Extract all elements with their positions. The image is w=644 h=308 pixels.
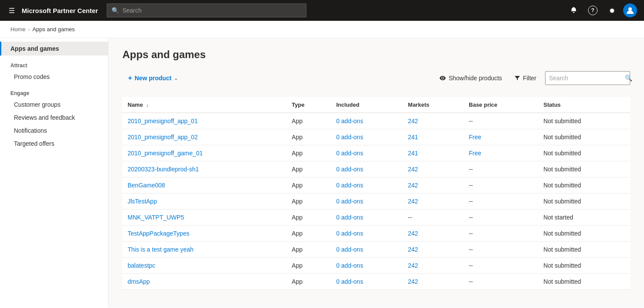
price-link[interactable]: Free bbox=[469, 150, 481, 157]
markets-link[interactable]: 242 bbox=[408, 262, 418, 269]
markets-link[interactable]: 242 bbox=[408, 166, 418, 173]
product-name-link[interactable]: JlsTestApp bbox=[128, 198, 157, 205]
addons-link[interactable]: 0 add-ons bbox=[336, 134, 363, 141]
table-row: dmsAppApp0 add-ons242--Not submitted bbox=[122, 274, 630, 290]
product-name-link[interactable]: 2010_pmesignoff_game_01 bbox=[128, 150, 203, 157]
markets-link[interactable]: 242 bbox=[408, 118, 418, 125]
filter-button[interactable]: Filter bbox=[511, 72, 540, 84]
global-search-box[interactable]: 🔍 bbox=[107, 3, 306, 17]
global-search-input[interactable] bbox=[122, 7, 302, 14]
sidebar-item-notifications[interactable]: Notifications bbox=[0, 124, 108, 137]
notifications-icon[interactable] bbox=[566, 3, 582, 18]
product-name-cell[interactable]: This is a test game yeah bbox=[122, 242, 286, 258]
addons-link[interactable]: 0 add-ons bbox=[336, 198, 363, 205]
markets-link[interactable]: 242 bbox=[408, 278, 418, 285]
product-included-cell[interactable]: 0 add-ons bbox=[331, 242, 403, 258]
markets-link[interactable]: 241 bbox=[408, 134, 418, 141]
product-included-cell[interactable]: 0 add-ons bbox=[331, 177, 403, 193]
product-markets-cell[interactable]: 241 bbox=[403, 145, 463, 161]
product-markets-cell[interactable]: 242 bbox=[403, 242, 463, 258]
markets-link[interactable]: 242 bbox=[408, 230, 418, 237]
breadcrumb-home[interactable]: Home bbox=[10, 26, 26, 33]
product-name-cell[interactable]: dmsApp bbox=[122, 274, 286, 290]
product-name-cell[interactable]: MNK_VATPT_UWP5 bbox=[122, 210, 286, 226]
topnav: ☰ Microsoft Partner Center 🔍 ? bbox=[0, 0, 644, 21]
menu-icon[interactable]: ☰ bbox=[7, 5, 16, 16]
product-markets-cell[interactable]: 242 bbox=[403, 274, 463, 290]
product-included-cell[interactable]: 0 add-ons bbox=[331, 193, 403, 210]
product-included-cell[interactable]: 0 add-ons bbox=[331, 274, 403, 290]
addons-link[interactable]: 0 add-ons bbox=[336, 118, 363, 125]
product-name-link[interactable]: This is a test game yeah bbox=[128, 246, 194, 253]
product-markets-cell: -- bbox=[403, 210, 463, 226]
product-name-cell[interactable]: 2010_pmesignoff_app_02 bbox=[122, 129, 286, 145]
sidebar-item-reviews-feedback[interactable]: Reviews and feedback bbox=[0, 111, 108, 124]
product-name-cell[interactable]: 2010_pmesignoff_game_01 bbox=[122, 145, 286, 161]
settings-icon[interactable] bbox=[604, 3, 620, 18]
markets-link[interactable]: 242 bbox=[408, 198, 418, 205]
product-name-link[interactable]: MNK_VATPT_UWP5 bbox=[128, 214, 184, 221]
product-name-link[interactable]: balatestpc bbox=[128, 262, 155, 269]
sidebar-item-promo-codes[interactable]: Promo codes bbox=[0, 70, 108, 83]
addons-link[interactable]: 0 add-ons bbox=[336, 182, 363, 189]
product-markets-cell[interactable]: 241 bbox=[403, 129, 463, 145]
product-price-cell: -- bbox=[463, 161, 538, 177]
product-markets-cell[interactable]: 242 bbox=[403, 177, 463, 193]
product-markets-cell[interactable]: 242 bbox=[403, 258, 463, 274]
product-name-link[interactable]: 2010_pmesignoff_app_02 bbox=[128, 134, 198, 141]
product-included-cell[interactable]: 0 add-ons bbox=[331, 113, 403, 129]
addons-link[interactable]: 0 add-ons bbox=[336, 262, 363, 269]
addons-link[interactable]: 0 add-ons bbox=[336, 246, 363, 253]
show-hide-products-button[interactable]: Show/hide products bbox=[436, 72, 506, 84]
breadcrumb-current: Apps and games bbox=[33, 26, 75, 33]
product-markets-cell[interactable]: 242 bbox=[403, 193, 463, 210]
product-name-cell[interactable]: JlsTestApp bbox=[122, 193, 286, 210]
product-name-link[interactable]: BenGame008 bbox=[128, 182, 165, 189]
sidebar-item-targeted-offers[interactable]: Targeted offers bbox=[0, 137, 108, 150]
product-included-cell[interactable]: 0 add-ons bbox=[331, 129, 403, 145]
product-markets-cell[interactable]: 242 bbox=[403, 113, 463, 129]
product-markets-cell[interactable]: 242 bbox=[403, 226, 463, 242]
product-type-cell: App bbox=[286, 274, 331, 290]
addons-link[interactable]: 0 add-ons bbox=[336, 166, 363, 173]
product-name-link[interactable]: 2010_pmesignoff_app_01 bbox=[128, 118, 198, 125]
product-name-cell[interactable]: 20200323-bundleprod-sh1 bbox=[122, 161, 286, 177]
product-included-cell[interactable]: 0 add-ons bbox=[331, 161, 403, 177]
col-included: Included bbox=[331, 97, 403, 113]
user-avatar[interactable] bbox=[623, 3, 637, 17]
markets-link[interactable]: 242 bbox=[408, 246, 418, 253]
product-markets-cell[interactable]: 242 bbox=[403, 161, 463, 177]
global-search-icon: 🔍 bbox=[112, 7, 119, 14]
addons-link[interactable]: 0 add-ons bbox=[336, 214, 363, 221]
product-price-cell: -- bbox=[463, 258, 538, 274]
addons-link[interactable]: 0 add-ons bbox=[336, 230, 363, 237]
product-name-cell[interactable]: balatestpc bbox=[122, 258, 286, 274]
product-price-cell: -- bbox=[463, 113, 538, 129]
col-name[interactable]: Name ↓ bbox=[122, 97, 286, 113]
help-icon[interactable]: ? bbox=[585, 3, 601, 18]
products-search-input[interactable] bbox=[549, 75, 625, 82]
product-name-cell[interactable]: 2010_pmesignoff_app_01 bbox=[122, 113, 286, 129]
product-name-cell[interactable]: BenGame008 bbox=[122, 177, 286, 193]
products-search-box[interactable]: 🔍 bbox=[545, 71, 630, 85]
product-included-cell[interactable]: 0 add-ons bbox=[331, 226, 403, 242]
product-name-cell[interactable]: TestAppPackageTypes bbox=[122, 226, 286, 242]
product-included-cell[interactable]: 0 add-ons bbox=[331, 258, 403, 274]
markets-link[interactable]: 241 bbox=[408, 150, 418, 157]
products-search-icon[interactable]: 🔍 bbox=[625, 75, 632, 82]
product-included-cell[interactable]: 0 add-ons bbox=[331, 145, 403, 161]
product-name-link[interactable]: 20200323-bundleprod-sh1 bbox=[128, 166, 199, 173]
new-product-button[interactable]: + New product ⌄ bbox=[122, 71, 184, 85]
product-name-link[interactable]: dmsApp bbox=[128, 278, 150, 285]
sidebar-item-customer-groups[interactable]: Customer groups bbox=[0, 98, 108, 111]
product-included-cell[interactable]: 0 add-ons bbox=[331, 210, 403, 226]
product-name-link[interactable]: TestAppPackageTypes bbox=[128, 230, 189, 237]
addons-link[interactable]: 0 add-ons bbox=[336, 278, 363, 285]
price-link[interactable]: Free bbox=[469, 134, 481, 141]
product-price-cell[interactable]: Free bbox=[463, 129, 538, 145]
addons-link[interactable]: 0 add-ons bbox=[336, 150, 363, 157]
product-price-cell[interactable]: Free bbox=[463, 145, 538, 161]
sidebar-item-label: Apps and games bbox=[10, 45, 59, 52]
markets-link[interactable]: 242 bbox=[408, 182, 418, 189]
sidebar-item-apps-and-games[interactable]: Apps and games bbox=[0, 42, 108, 56]
